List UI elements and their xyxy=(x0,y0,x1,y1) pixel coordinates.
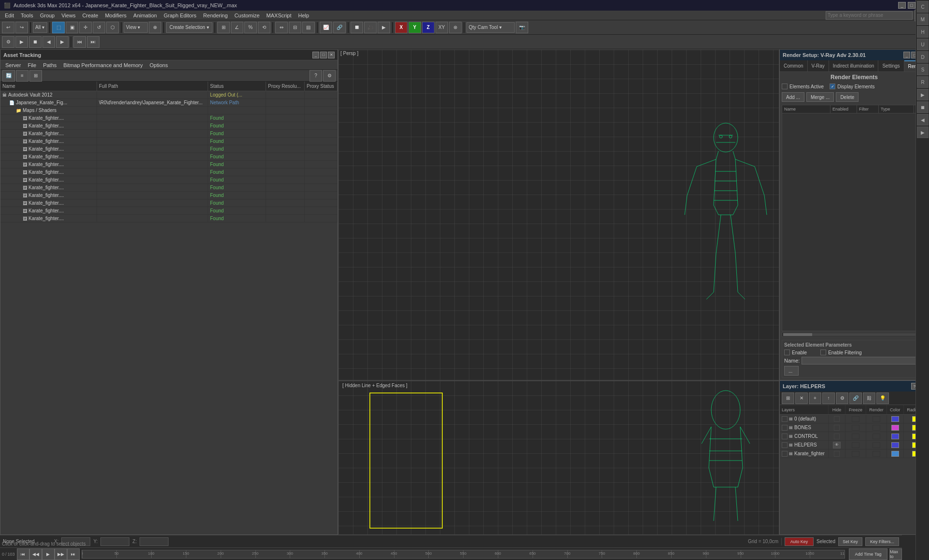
asset-panel-maximize[interactable]: □ xyxy=(320,52,327,58)
sep-name-input[interactable] xyxy=(802,357,924,364)
go-start-btn[interactable]: ⏮ xyxy=(73,36,86,48)
x-axis-btn[interactable]: X xyxy=(395,22,408,33)
asset-table-row[interactable]: 🖼 Karate_fighter.... Found xyxy=(0,145,338,153)
layer-row[interactable]: ▤ BONES xyxy=(780,423,929,432)
asset-menu-options[interactable]: Options xyxy=(147,61,171,69)
mirror-btn[interactable]: ⇔ xyxy=(275,22,288,33)
asset-table-row[interactable]: 🖼 Karate_fighter.... Found xyxy=(0,192,338,199)
asset-table-row[interactable]: 📁 Maps / Shaders xyxy=(0,107,338,114)
layers-move-btn[interactable]: ↑ xyxy=(822,392,835,404)
asset-table-row[interactable]: 🖼 Karate_fighter.... Found xyxy=(0,184,338,192)
menu-maxscript[interactable]: MAXScript xyxy=(264,12,295,19)
rotate-btn[interactable]: ↺ xyxy=(93,22,105,33)
menu-graph-editors[interactable]: Graph Editors xyxy=(161,12,199,19)
layers-add-btn[interactable]: + xyxy=(809,392,821,404)
asset-menu-file[interactable]: File xyxy=(25,61,39,69)
viewport-bottom[interactable]: [ Hidden Line + Edged Faces ] xyxy=(338,380,779,535)
sep-enable-checkbox[interactable] xyxy=(784,350,790,355)
asset-table-row[interactable]: 🖼 Karate_fighter.... Found xyxy=(0,161,338,168)
snap-angle-btn[interactable]: ∠ xyxy=(231,22,243,33)
layer-row[interactable]: ▤ CONTROL xyxy=(780,432,929,441)
go-end-btn[interactable]: ⏭ xyxy=(87,36,99,48)
search-input[interactable] xyxy=(826,11,913,20)
sr-btn-4[interactable]: U xyxy=(917,39,929,50)
layer-render-cell[interactable] xyxy=(866,432,887,440)
layer-render-cell[interactable] xyxy=(866,423,887,432)
snap-percent-btn[interactable]: % xyxy=(244,22,257,33)
col-proxy-res-header[interactable]: Proxy Resolu... xyxy=(266,82,305,91)
layer-freeze-cell[interactable] xyxy=(845,432,866,440)
layer-render-cell[interactable] xyxy=(866,415,887,423)
viewport-top[interactable]: [ Persp ] xyxy=(338,49,779,380)
cam-tool-dropdown[interactable]: Qty Cam Tool ▾ xyxy=(466,22,515,33)
asset-table-row[interactable]: 🖼 Karate_fighter.... Found xyxy=(0,130,338,138)
sr-btn-6[interactable]: S xyxy=(917,64,929,75)
sr-btn-2[interactable]: M xyxy=(917,14,929,25)
coord-system-dropdown[interactable]: View ▾ xyxy=(124,22,148,33)
layer-render-cell[interactable] xyxy=(866,449,887,458)
menu-views[interactable]: Views xyxy=(58,12,78,19)
key-filters-btn[interactable]: Key Filters... xyxy=(865,537,899,546)
col-name-header[interactable]: Name xyxy=(0,82,97,91)
layer-row[interactable]: ▤ HELPERS 👁 xyxy=(780,441,929,449)
set-key-btn[interactable]: Set Key xyxy=(838,537,862,546)
play-btn[interactable]: ▶ xyxy=(15,36,28,48)
render-panel-minimize[interactable]: _ xyxy=(903,52,910,58)
asset-table-row[interactable]: 🖼 Karate_fighter.... Found xyxy=(0,176,338,184)
snap-spinner-btn[interactable]: ⟲ xyxy=(258,22,270,33)
sep-dots-btn[interactable]: ... xyxy=(784,366,799,376)
menu-customize[interactable]: Customize xyxy=(232,12,263,19)
next-frame-btn[interactable]: ▶ xyxy=(56,36,69,48)
sr-btn-11[interactable]: ▶ xyxy=(917,126,929,138)
go-to-end-btn[interactable]: ⏭ xyxy=(67,548,80,560)
material-editor-btn[interactable]: 🔲 xyxy=(351,22,363,33)
layer-hide-cell[interactable] xyxy=(829,449,845,458)
asset-table-row[interactable]: 🖼 Karate_fighter.... Found xyxy=(0,207,338,215)
menu-group[interactable]: Group xyxy=(37,12,58,19)
elements-active-checkbox[interactable] xyxy=(782,84,788,89)
layer-color-cell[interactable] xyxy=(887,441,904,449)
asset-grid-btn[interactable]: ⊞ xyxy=(29,70,42,82)
lyr-col-color-header[interactable]: Color xyxy=(887,405,904,414)
menu-help[interactable]: Help xyxy=(296,12,312,19)
tab-settings[interactable]: Settings xyxy=(878,60,904,71)
layers-settings-btn[interactable]: ⚙ xyxy=(836,392,848,404)
curve-editor-btn[interactable]: 📈 xyxy=(320,22,332,33)
layer-color-cell[interactable] xyxy=(887,432,904,440)
layers-lights-btn[interactable]: 💡 xyxy=(876,392,889,404)
asset-panel-close[interactable]: ✕ xyxy=(328,52,335,58)
timeline-ruler[interactable]: 0501001502002503003504004505005506006507… xyxy=(82,550,845,559)
next-key-btn[interactable]: ▶▶ xyxy=(55,548,67,560)
play-anim-btn[interactable]: ▶ xyxy=(42,548,55,560)
layer-row[interactable]: ▤ 0 (default) xyxy=(780,415,929,423)
command-panel-btn[interactable]: ⚙ xyxy=(2,36,14,48)
cam-icon-btn[interactable]: 📷 xyxy=(516,22,528,33)
sr-btn-3[interactable]: H xyxy=(917,26,929,38)
asset-list-btn[interactable]: ≡ xyxy=(16,70,28,82)
render-scene-btn[interactable]: 🎥 xyxy=(364,22,377,33)
asset-settings-btn[interactable]: ⚙ xyxy=(323,70,336,82)
y-axis-btn[interactable]: Y xyxy=(408,22,421,33)
re-scroll-thumb[interactable] xyxy=(783,333,812,336)
layers-icon-btn[interactable]: ⊞ xyxy=(782,392,794,404)
asset-help-btn[interactable]: ? xyxy=(310,70,322,82)
sr-btn-7[interactable]: R xyxy=(917,76,929,88)
minimize-btn[interactable]: _ xyxy=(898,2,906,9)
re-scrollbar[interactable] xyxy=(782,332,927,337)
go-to-start-btn[interactable]: ⏮ xyxy=(17,548,29,560)
asset-table-row[interactable]: 🖼 Karate_fighter.... Found xyxy=(0,199,338,207)
asset-menu-server[interactable]: Server xyxy=(2,61,24,69)
asset-table-row[interactable]: 🖼 Karate_fighter.... Found xyxy=(0,153,338,161)
select-btn[interactable]: ⬚ xyxy=(52,22,65,33)
layer-color-cell[interactable] xyxy=(887,415,904,423)
sr-btn-5[interactable]: D xyxy=(917,51,929,63)
asset-table-row[interactable]: 📄 Japanese_Karate_Fig... \R0\d\render\an… xyxy=(0,99,338,107)
menu-tools[interactable]: Tools xyxy=(18,12,36,19)
lyr-col-render-header[interactable]: Render xyxy=(866,405,887,414)
asset-table-row[interactable]: 🏛 Autodesk Vault 2012 Logged Out (... xyxy=(0,91,338,99)
max-to-btn[interactable]: Max to xyxy=(889,548,902,560)
tab-common[interactable]: Common xyxy=(780,60,808,71)
add-time-tag-btn[interactable]: Add Time Tag xyxy=(849,548,887,560)
lyr-col-freeze-header[interactable]: Freeze xyxy=(845,405,866,414)
layer-hide-cell[interactable] xyxy=(829,423,845,432)
